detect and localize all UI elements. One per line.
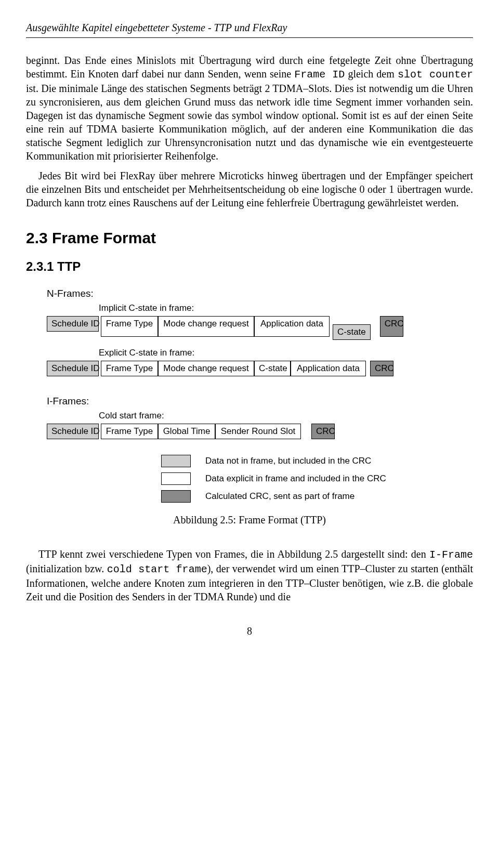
frame-type-box: Frame Type (101, 361, 158, 376)
cstate-box: C-state (333, 324, 371, 340)
body-paragraph-3: TTP kennt zwei verschiedene Typen von Fr… (26, 547, 473, 603)
diagram-legend: Data not in frame, but included in the C… (161, 455, 473, 503)
crc-box: CRC (380, 316, 403, 337)
iframes-label: I-Frames: (47, 395, 473, 408)
code-inline: I-Frame (429, 549, 473, 561)
legend-label: Calculated CRC, sent as part of frame (205, 491, 354, 502)
nframes-label: N-Frames: (47, 287, 473, 300)
legend-label: Data explicit in frame and included in t… (205, 473, 386, 484)
subsection-heading: 2.3.1 TTP (26, 258, 473, 274)
legend-box-notinframe (161, 455, 191, 467)
crc-box: CRC (311, 424, 335, 439)
schedule-id-box: Schedule ID (47, 316, 99, 332)
explicit-row: Schedule ID Frame Type Mode change reque… (47, 361, 473, 376)
header-rule (26, 37, 473, 38)
schedule-id-box: Schedule ID (47, 361, 99, 376)
legend-row: Data explicit in frame and included in t… (161, 472, 473, 485)
app-data-box: Application data (291, 361, 366, 376)
code-inline: Frame ID (294, 69, 345, 81)
app-data-box: Application data (254, 316, 330, 337)
frame-format-diagram: N-Frames: Implicit C-state in frame: Sch… (47, 287, 473, 503)
body-paragraph-2: Jedes Bit wird bei FlexRay über mehrere … (26, 169, 473, 209)
frame-type-box: Frame Type (101, 316, 158, 337)
legend-box-crc (161, 490, 191, 503)
legend-box-explicit (161, 472, 191, 485)
frame-type-box: Frame Type (101, 424, 158, 439)
sender-round-slot-box: Sender Round Slot (215, 424, 301, 439)
explicit-cstate-label: Explicit C-state in frame: (99, 347, 473, 359)
legend-row: Calculated CRC, sent as part of frame (161, 490, 473, 503)
cold-start-label: Cold start frame: (99, 410, 473, 422)
text-span: (initialization bzw. (26, 563, 107, 574)
implicit-cstate-label: Implicit C-state in frame: (99, 303, 473, 314)
text-span: TTP kennt zwei verschiedene Typen von Fr… (38, 548, 429, 560)
global-time-box: Global Time (158, 424, 215, 439)
figure-caption: Abbildung 2.5: Frame Format (TTP) (26, 513, 473, 527)
code-inline: slot counter (398, 69, 473, 81)
page-header: Ausgewählte Kapitel eingebetteter System… (26, 21, 473, 34)
implicit-row: Schedule ID Frame Type Mode change reque… (47, 316, 473, 337)
schedule-id-box: Schedule ID (47, 424, 99, 439)
section-heading: 2.3 Frame Format (26, 228, 473, 248)
legend-row: Data not in frame, but included in the C… (161, 455, 473, 467)
mode-change-box: Mode change request (158, 361, 254, 376)
mode-change-box: Mode change request (158, 316, 254, 337)
legend-label: Data not in frame, but included in the C… (205, 455, 371, 467)
text-span: gleich dem (345, 68, 398, 80)
iframes-row: Schedule ID Frame Type Global Time Sende… (47, 424, 473, 439)
cstate-box: C-state (254, 361, 291, 376)
text-span: ist. Die minimale Länge des statischen S… (26, 83, 473, 162)
body-paragraph-1: beginnt. Das Ende eines Minislots mit Üb… (26, 54, 473, 163)
page-number: 8 (26, 624, 473, 638)
code-inline: cold start frame (107, 563, 207, 575)
crc-box: CRC (370, 361, 393, 376)
